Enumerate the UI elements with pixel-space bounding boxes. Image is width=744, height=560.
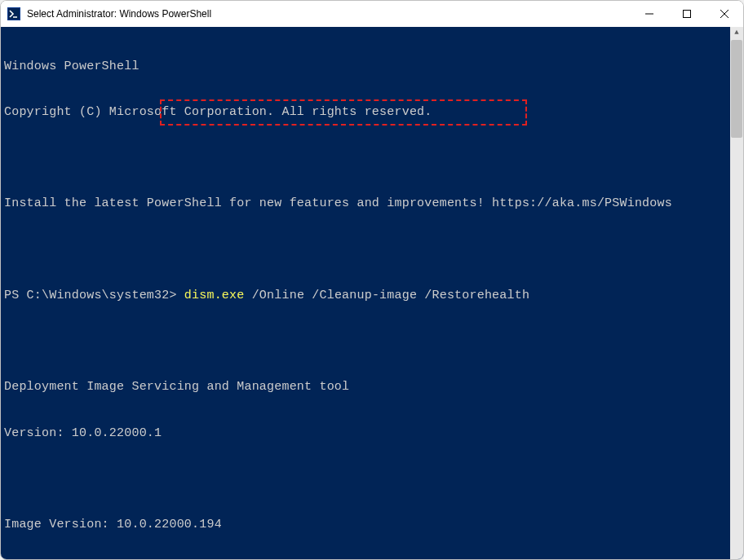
window-controls: [631, 1, 743, 27]
scrollbar-up-arrow-icon[interactable]: ▲: [730, 27, 743, 40]
svg-rect-2: [684, 11, 691, 18]
command-arguments: /Online /Cleanup-image /Restorehealth: [244, 289, 529, 302]
output-line: Deployment Image Servicing and Managemen…: [4, 380, 740, 395]
blank-line: [4, 472, 740, 487]
copyright-line: Copyright (C) Microsoft Corporation. All…: [4, 105, 740, 121]
window-title: Select Administrator: Windows PowerShell: [27, 8, 631, 20]
powershell-icon: [7, 7, 20, 20]
command-executable: dism.exe: [184, 289, 245, 302]
titlebar[interactable]: Select Administrator: Windows PowerShell: [1, 1, 743, 27]
install-hint-line: Install the latest PowerShell for new fe…: [4, 196, 740, 212]
blank-line: [4, 334, 740, 350]
prompt-text: PS C:\Windows\system32>: [4, 289, 184, 302]
banner-line: Windows PowerShell: [4, 60, 740, 75]
scrollbar-thumb[interactable]: [731, 40, 742, 138]
terminal-area[interactable]: Windows PowerShell Copyright (C) Microso…: [1, 27, 743, 560]
output-line: Version: 10.0.22000.1: [4, 426, 740, 442]
maximize-button[interactable]: [668, 1, 706, 27]
prompt-line: PS C:\Windows\system32> dism.exe /Online…: [4, 289, 740, 304]
blank-line: [4, 243, 740, 258]
powershell-window: Select Administrator: Windows PowerShell…: [0, 0, 744, 560]
vertical-scrollbar[interactable]: ▲ ▼: [730, 27, 743, 560]
minimize-button[interactable]: [631, 1, 668, 27]
close-button[interactable]: [706, 1, 743, 27]
blank-line: [4, 151, 740, 166]
output-line: Image Version: 10.0.22000.194: [4, 518, 740, 533]
